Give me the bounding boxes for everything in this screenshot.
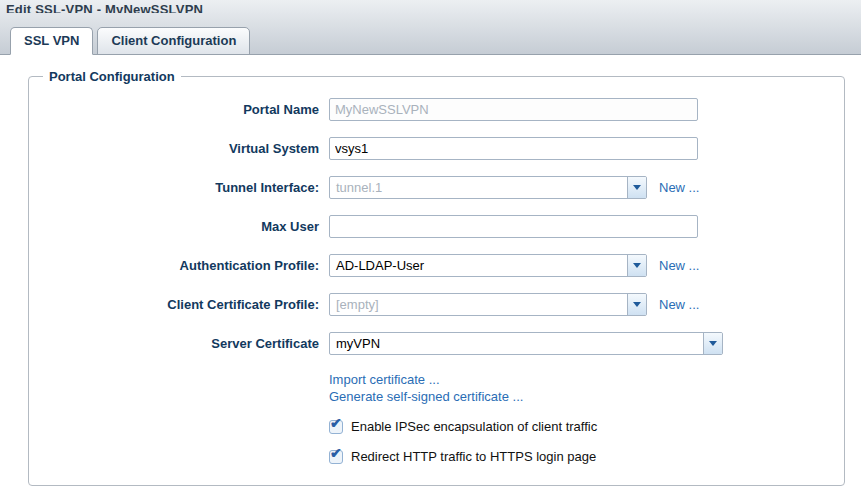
server-certificate-select[interactable]: myVPN bbox=[329, 332, 723, 355]
client-certificate-profile-value: [empty] bbox=[330, 297, 627, 312]
chevron-down-icon bbox=[709, 341, 717, 346]
client-certificate-profile-row: Client Certificate Profile: [empty] New … bbox=[39, 293, 834, 316]
tunnel-interface-select[interactable]: tunnel.1 bbox=[329, 176, 647, 199]
max-user-label: Max User bbox=[39, 219, 319, 234]
chevron-down-icon bbox=[633, 263, 641, 268]
chevron-down-icon bbox=[633, 185, 641, 190]
max-user-input[interactable] bbox=[329, 215, 698, 238]
authentication-profile-value: AD-LDAP-User bbox=[330, 258, 627, 273]
tab-strip: SSL VPN Client Configuration bbox=[0, 13, 861, 55]
check-icon: ✔ bbox=[330, 416, 342, 430]
chevron-down-icon[interactable] bbox=[627, 294, 646, 315]
window-title-bar: Edit SSL-VPN - MyNewSSLVPN bbox=[0, 0, 861, 13]
check-icon: ✔ bbox=[330, 446, 342, 460]
tunnel-interface-row: Tunnel Interface: tunnel.1 New ... bbox=[39, 176, 834, 199]
tab-ssl-vpn[interactable]: SSL VPN bbox=[10, 27, 93, 55]
server-certificate-row: Server Certificate myVPN bbox=[39, 332, 834, 355]
server-certificate-label: Server Certificate bbox=[39, 336, 319, 351]
client-certificate-profile-new-link[interactable]: New ... bbox=[659, 297, 699, 312]
redirect-http-checkbox[interactable]: ✔ bbox=[329, 450, 343, 464]
portal-name-input[interactable] bbox=[329, 98, 698, 121]
portal-configuration-legend: Portal Configuration bbox=[43, 69, 181, 84]
chevron-down-icon[interactable] bbox=[627, 177, 646, 198]
chevron-down-icon[interactable] bbox=[627, 255, 646, 276]
ipsec-encapsulation-checkbox[interactable]: ✔ bbox=[329, 420, 343, 434]
client-certificate-profile-label: Client Certificate Profile: bbox=[39, 297, 319, 312]
authentication-profile-label: Authentication Profile: bbox=[39, 258, 319, 273]
portal-configuration-section: Portal Configuration Portal Name Virtual… bbox=[28, 69, 845, 486]
server-certificate-value: myVPN bbox=[330, 336, 703, 351]
form-rows: Portal Name Virtual System Tunnel Interf… bbox=[39, 90, 834, 464]
ipsec-encapsulation-row: ✔ Enable IPSec encapsulation of client t… bbox=[39, 419, 834, 434]
client-certificate-profile-select[interactable]: [empty] bbox=[329, 293, 647, 316]
tab-client-configuration[interactable]: Client Configuration bbox=[97, 27, 250, 55]
authentication-profile-row: Authentication Profile: AD-LDAP-User New… bbox=[39, 254, 834, 277]
tunnel-interface-value: tunnel.1 bbox=[330, 180, 627, 195]
dialog-content: Portal Configuration Portal Name Virtual… bbox=[0, 55, 861, 486]
redirect-http-row: ✔ Redirect HTTP traffic to HTTPS login p… bbox=[39, 449, 834, 464]
dialog-header: Edit SSL-VPN - MyNewSSLVPN SSL VPN Clien… bbox=[0, 0, 861, 55]
certificate-links: Import certificate ... Generate self-sig… bbox=[329, 371, 523, 405]
generate-self-signed-certificate-link[interactable]: Generate self-signed certificate ... bbox=[329, 388, 523, 405]
chevron-down-icon[interactable] bbox=[703, 333, 722, 354]
tab-client-configuration-label: Client Configuration bbox=[111, 33, 236, 48]
authentication-profile-new-link[interactable]: New ... bbox=[659, 258, 699, 273]
redirect-http-label: Redirect HTTP traffic to HTTPS login pag… bbox=[351, 449, 596, 464]
portal-name-row: Portal Name bbox=[39, 98, 834, 121]
virtual-system-label: Virtual System bbox=[39, 141, 319, 156]
portal-name-label: Portal Name bbox=[39, 102, 319, 117]
virtual-system-row: Virtual System bbox=[39, 137, 834, 160]
max-user-row: Max User bbox=[39, 215, 834, 238]
virtual-system-input[interactable] bbox=[329, 137, 698, 160]
authentication-profile-select[interactable]: AD-LDAP-User bbox=[329, 254, 647, 277]
certificate-links-row: Import certificate ... Generate self-sig… bbox=[39, 371, 834, 405]
window-title: Edit SSL-VPN - MyNewSSLVPN bbox=[6, 2, 203, 13]
tunnel-interface-new-link[interactable]: New ... bbox=[659, 180, 699, 195]
ipsec-encapsulation-label: Enable IPSec encapsulation of client tra… bbox=[351, 419, 597, 434]
import-certificate-link[interactable]: Import certificate ... bbox=[329, 371, 523, 388]
tunnel-interface-label: Tunnel Interface: bbox=[39, 180, 319, 195]
tab-ssl-vpn-label: SSL VPN bbox=[24, 33, 79, 48]
chevron-down-icon bbox=[633, 302, 641, 307]
